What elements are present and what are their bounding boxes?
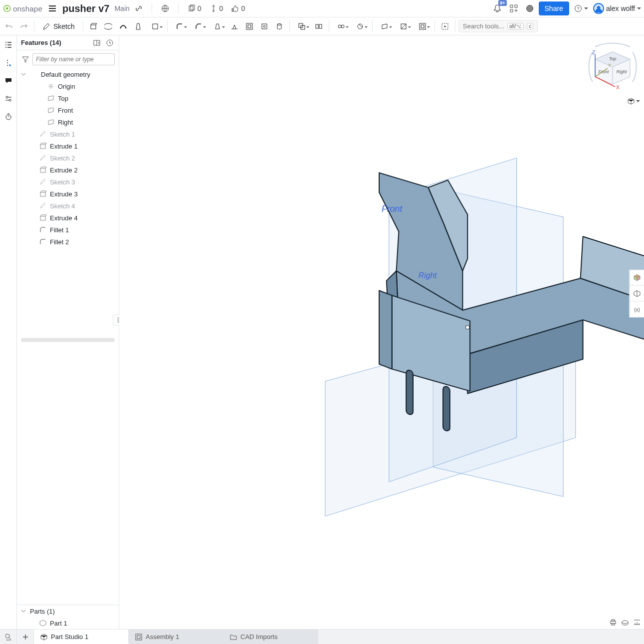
part-item[interactable]: Part 1	[17, 617, 119, 629]
surface-button[interactable]	[395, 19, 413, 33]
svg-rect-86	[137, 636, 140, 639]
add-tab-button[interactable]	[17, 630, 34, 644]
feature-label: Extrude 2	[50, 166, 78, 174]
shell-button[interactable]	[242, 19, 256, 33]
folder-icon	[229, 633, 237, 641]
feature-item-plane[interactable]: Front	[17, 104, 119, 116]
timer-button[interactable]	[2, 110, 15, 123]
svg-point-35	[7, 65, 8, 66]
mirror-button[interactable]	[332, 19, 350, 33]
config-button[interactable]	[2, 92, 15, 105]
extrude-button[interactable]	[86, 19, 100, 33]
curve-button[interactable]	[351, 19, 369, 33]
hole-button[interactable]	[257, 19, 271, 33]
svg-rect-14	[91, 25, 96, 29]
feature-item-extrude[interactable]: Extrude 1	[17, 140, 119, 152]
feature-item-origin[interactable]: Origin	[17, 80, 119, 92]
viewport[interactable]: Front Right Top Front Right Z	[119, 35, 644, 629]
svg-point-6	[213, 10, 214, 12]
viewport-footer-tools	[609, 618, 641, 626]
units-button[interactable]: (x)	[630, 302, 644, 318]
tab-assembly[interactable]: Assembly 1	[129, 630, 223, 644]
parts-header[interactable]: Parts (1)	[17, 605, 119, 617]
loft-button[interactable]	[131, 19, 145, 33]
section-view-button[interactable]	[630, 286, 644, 302]
iso-cube-icon	[633, 274, 641, 282]
feature-item-extrude[interactable]: Extrude 4	[17, 212, 119, 224]
filter-icon[interactable]	[21, 55, 29, 64]
print-button[interactable]	[609, 618, 617, 626]
feature-item-extrude[interactable]: Extrude 3	[17, 188, 119, 200]
feature-item-sketch[interactable]: Sketch 1	[17, 128, 119, 140]
feature-filter-input[interactable]	[32, 53, 115, 65]
feature-item-sketch[interactable]: Sketch 4	[17, 200, 119, 212]
sheetmetal-button[interactable]	[414, 19, 431, 33]
draft-button[interactable]	[209, 19, 226, 33]
rollback-button[interactable]	[105, 38, 115, 48]
sweep-button[interactable]	[116, 19, 130, 33]
chamfer-button[interactable]	[190, 19, 208, 33]
learn-button[interactable]	[523, 2, 537, 14]
view-cube[interactable]: Top Front Right Z X Y	[585, 39, 640, 94]
app-logo[interactable]: onshape	[3, 4, 42, 13]
document-title[interactable]: pusher v7	[62, 3, 109, 14]
menu-button[interactable]	[46, 2, 58, 14]
rib-button[interactable]	[227, 19, 241, 33]
projection-button[interactable]	[627, 97, 640, 105]
comments-button[interactable]	[2, 74, 15, 87]
feature-label: Sketch 2	[50, 155, 75, 162]
copies-stat[interactable]: 0	[185, 2, 205, 14]
tab-search-button[interactable]	[0, 630, 17, 644]
sketch-button[interactable]: Sketch	[37, 20, 80, 32]
likes-stat[interactable]: 0	[228, 2, 248, 14]
tab-partstudio[interactable]: Part Studio 1	[34, 630, 129, 644]
feature-item-sketch[interactable]: Sketch 3	[17, 176, 119, 188]
undo-button[interactable]	[2, 19, 16, 33]
search-tools-button[interactable]: Search tools... alt/⌥ c	[458, 20, 538, 32]
feature-item-group[interactable]: Default geometry	[17, 68, 119, 80]
comment-icon	[4, 77, 12, 85]
plane-icon	[381, 22, 389, 30]
svg-rect-85	[136, 634, 142, 640]
transform-button[interactable]	[312, 19, 326, 33]
insert-feature-button[interactable]	[2, 56, 15, 69]
help-button[interactable]: ?	[571, 2, 591, 14]
link-copy-button[interactable]	[132, 2, 146, 14]
feature-item-sketch[interactable]: Sketch 2	[17, 152, 119, 164]
feature-item-fillet[interactable]: Fillet 1	[17, 224, 119, 236]
pattern-button[interactable]	[272, 19, 286, 33]
svg-marker-58	[379, 291, 392, 369]
feature-item-extrude[interactable]: Extrude 2	[17, 164, 119, 176]
feature-item-fillet[interactable]: Fillet 2	[17, 236, 119, 248]
fillet-icon	[39, 226, 47, 234]
public-globe-button[interactable]	[158, 2, 172, 14]
redo-button[interactable]	[17, 19, 31, 33]
fillet-button[interactable]	[171, 19, 189, 33]
thicken-button[interactable]	[146, 19, 164, 33]
share-button[interactable]: Share	[539, 1, 569, 15]
boolean-button[interactable]	[293, 19, 311, 33]
revolve-button[interactable]	[101, 19, 115, 33]
document-branch[interactable]: Main	[114, 4, 129, 12]
svg-point-20	[277, 23, 281, 25]
section-icon	[633, 290, 641, 298]
feature-panel-layout-button[interactable]	[92, 38, 102, 48]
feature-item-plane[interactable]: Top	[17, 92, 119, 104]
svg-point-34	[7, 62, 8, 63]
feature-list-toggle[interactable]	[2, 38, 15, 51]
forks-stat[interactable]: 0	[207, 2, 226, 14]
tab-folder[interactable]: CAD Imports	[223, 630, 318, 644]
history-icon	[106, 39, 114, 47]
rollback-bar[interactable]	[21, 338, 115, 342]
appearance-button[interactable]	[630, 270, 644, 286]
plane-button[interactable]	[376, 19, 394, 33]
user-menu[interactable]: alex wolff	[593, 3, 641, 14]
feature-item-plane[interactable]: Right	[17, 116, 119, 128]
measure-button[interactable]	[633, 618, 641, 626]
app-store-button[interactable]	[507, 2, 521, 14]
sketch-button-label: Sketch	[53, 22, 75, 30]
camera-button[interactable]	[621, 618, 629, 626]
kbd-hint-1: alt/⌥	[507, 23, 524, 29]
frame-button[interactable]	[438, 19, 452, 33]
notifications-button[interactable]: 9+	[490, 2, 505, 15]
